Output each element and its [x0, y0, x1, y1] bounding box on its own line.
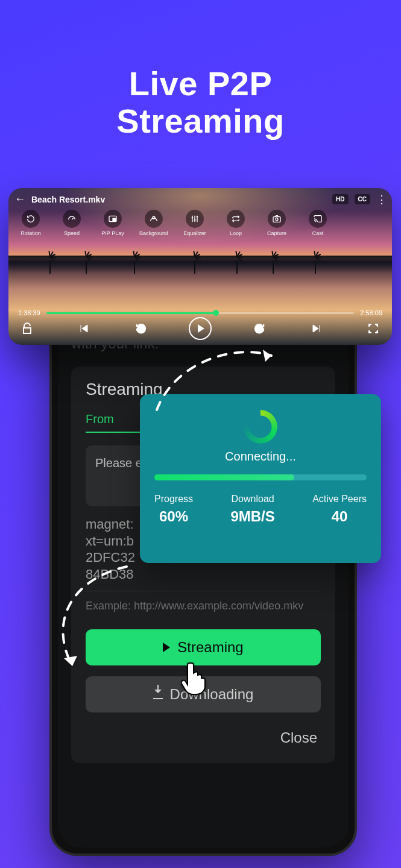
speed-icon	[63, 210, 81, 228]
equalizer-icon	[186, 210, 204, 228]
player-controls: 10 10	[18, 317, 382, 340]
capture-icon	[268, 210, 286, 228]
peers-col: Active Peers 40	[312, 494, 367, 525]
background-icon	[145, 210, 163, 228]
svg-rect-2	[273, 217, 280, 222]
svg-rect-1	[113, 218, 116, 221]
tool-background[interactable]: Background	[137, 210, 170, 236]
download-col: Download 9MB/S	[230, 494, 274, 525]
hero-line2: Streaming	[0, 102, 401, 140]
download-value: 9MB/S	[230, 508, 274, 525]
download-icon	[153, 690, 163, 699]
seek-bar[interactable]	[46, 312, 355, 314]
progress-row: 1:38:39 2:58:09	[18, 309, 382, 317]
tab-from[interactable]: From	[86, 412, 114, 432]
next-icon[interactable]	[308, 319, 326, 338]
divider	[86, 591, 321, 591]
player-toolbar: Rotation Speed PIP PLay Background Equal…	[14, 210, 334, 236]
connect-progress-bar	[154, 474, 367, 480]
tool-rotation-label: Rotation	[14, 230, 47, 236]
rotation-icon	[22, 210, 40, 228]
spinner-icon	[244, 410, 277, 444]
svg-point-3	[276, 218, 278, 221]
more-icon[interactable]: ⋮	[376, 197, 386, 203]
tool-loop[interactable]: Loop	[219, 210, 252, 236]
tool-pip[interactable]: PIP PLay	[96, 210, 129, 236]
play-triangle-icon	[198, 324, 204, 333]
tool-rotation[interactable]: Rotation	[14, 210, 47, 236]
example-hint: Example: http://www.example.com/video.mk…	[86, 600, 321, 612]
tool-equalizer[interactable]: Equalizer	[178, 210, 211, 236]
progress-value: 60%	[154, 508, 193, 525]
video-player: ← Beach Resort.mkv HD CC ⋮ Rotation Spee…	[8, 188, 392, 345]
progress-label: Progress	[154, 494, 193, 505]
cc-badge[interactable]: CC	[355, 194, 370, 204]
hero-line1: Live P2P	[0, 65, 401, 102]
close-button[interactable]: Close	[86, 729, 321, 746]
connecting-card: Connecting... Progress 60% Download 9MB/…	[140, 394, 381, 563]
forward-10-icon[interactable]: 10	[250, 319, 268, 338]
peers-label: Active Peers	[312, 494, 367, 505]
rewind-10-icon[interactable]: 10	[132, 319, 150, 338]
pip-icon	[104, 210, 122, 228]
svg-text:10: 10	[257, 327, 262, 332]
streaming-button-label: Streaming	[177, 639, 243, 656]
back-icon[interactable]: ←	[14, 193, 25, 206]
tool-speed-label: Speed	[55, 230, 88, 236]
tool-cast-label: Cast	[302, 230, 334, 236]
peers-value: 40	[312, 508, 367, 525]
previous-icon[interactable]	[75, 319, 93, 338]
progress-col: Progress 60%	[154, 494, 193, 525]
tool-background-label: Background	[137, 230, 170, 236]
lock-icon[interactable]	[18, 319, 36, 338]
tool-pip-label: PIP PLay	[96, 230, 129, 236]
streaming-button[interactable]: Streaming	[86, 629, 321, 665]
svg-text:10: 10	[139, 327, 144, 332]
play-button[interactable]	[189, 317, 212, 340]
time-elapsed: 1:38:39	[18, 309, 40, 316]
connecting-title: Connecting...	[154, 450, 367, 464]
play-icon	[163, 643, 170, 652]
tool-cast[interactable]: Cast	[302, 210, 334, 236]
hero-title: Live P2P Streaming	[0, 65, 401, 139]
cast-icon	[309, 210, 327, 228]
time-total: 2:58:09	[360, 309, 382, 316]
tool-equalizer-label: Equalizer	[178, 230, 211, 236]
fullscreen-icon[interactable]	[364, 319, 382, 338]
hd-badge[interactable]: HD	[332, 194, 348, 204]
hand-cursor-icon	[181, 661, 210, 697]
video-filename: Beach Resort.mkv	[31, 195, 326, 204]
tool-capture-label: Capture	[260, 230, 293, 236]
download-label: Download	[230, 494, 274, 505]
tool-loop-label: Loop	[219, 230, 252, 236]
tool-capture[interactable]: Capture	[260, 210, 293, 236]
loop-icon	[227, 210, 245, 228]
tool-speed[interactable]: Speed	[55, 210, 88, 236]
